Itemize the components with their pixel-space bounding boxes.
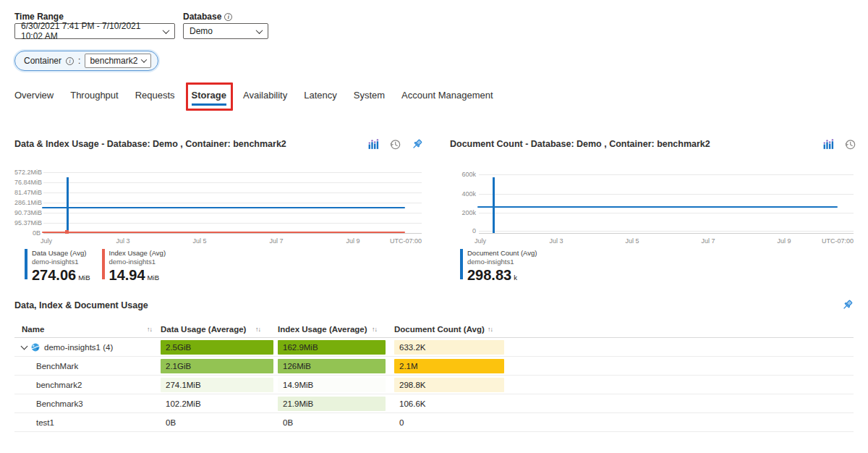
tab-bar: Overview Throughput Requests Storage Ava… (14, 88, 493, 103)
legend-unit: MiB (148, 274, 159, 281)
sort-icon[interactable]: ↑↓ (147, 326, 152, 333)
column-label: Data Usage (Average) (161, 325, 246, 334)
tab-availability[interactable]: Availability (243, 89, 287, 103)
chart-title: Data & Index Usage - Database: Demo , Co… (14, 139, 286, 149)
container-separator: : (78, 56, 80, 66)
tab-account-management[interactable]: Account Management (401, 89, 493, 103)
chevron-down-icon (141, 56, 147, 62)
bar-chart-icon[interactable] (367, 138, 380, 151)
column-label: Name (22, 325, 44, 334)
time-range-dropdown[interactable]: 6/30/2021 7:41 PM - 7/10/2021 10:02 AM (14, 23, 175, 39)
bar-chart-icon[interactable] (822, 138, 835, 151)
tab-storage[interactable]: Storage (192, 89, 226, 103)
legend-color-bar (25, 249, 27, 279)
legend-series-scope: demo-insights1 (109, 258, 166, 266)
history-icon[interactable] (389, 138, 401, 151)
x-tick: Jul 5 (192, 237, 206, 245)
legend-value: 274.06 (32, 267, 76, 283)
column-header-name[interactable]: Name ↑↓ (14, 325, 161, 334)
sort-icon[interactable]: ↑↓ (255, 326, 260, 333)
tab-overview[interactable]: Overview (14, 89, 54, 103)
container-value: benchmark2 (90, 56, 137, 66)
database-value: Demo (190, 26, 213, 36)
row-name-label: demo-insights1 (4) (44, 343, 113, 352)
pin-icon[interactable] (841, 299, 854, 311)
index-usage-cell: 21.9MiB (278, 397, 386, 411)
y-tick: 0 (450, 227, 476, 234)
y-tick: 0B (14, 229, 41, 237)
chart-title: Document Count - Database: Demo , Contai… (450, 139, 710, 149)
active-tab-underline (192, 103, 226, 106)
sort-icon[interactable]: ↑↓ (372, 326, 377, 333)
legend-unit: MiB (78, 274, 90, 281)
y-tick: 81.47MiB (14, 189, 41, 196)
database-dropdown[interactable]: Demo (183, 23, 268, 39)
info-icon[interactable]: i (224, 13, 232, 21)
usage-table-section: Data, Index & Document Usage Name ↑↓ Dat… (14, 299, 854, 432)
x-axis-line (43, 233, 422, 234)
legend-data-usage[interactable]: Data Usage (Avg) demo-insights1 274.06Mi… (25, 249, 90, 283)
chart-plot-area[interactable]: 600k 400k 200k 0 July Jul 3 Jul 5 Jul 7 … (450, 165, 856, 246)
table-row-demo-insights1[interactable]: demo-insights1 (4) 2.5GiB 162.9MiB 633.2… (14, 338, 854, 357)
tab-system[interactable]: System (354, 89, 385, 103)
data-usage-cell: 0B (161, 415, 273, 430)
data-usage-cell: 2.5GiB (161, 340, 273, 355)
container-dropdown[interactable]: benchmark2 (85, 54, 151, 68)
collapse-chevron-icon[interactable] (21, 342, 28, 350)
column-header-index-usage[interactable]: Index Usage (Average) ↑↓ (278, 325, 394, 334)
database-label-text: Database (183, 12, 221, 22)
tab-requests[interactable]: Requests (135, 89, 175, 103)
gridline (43, 213, 422, 213)
chart-actions (367, 138, 423, 151)
gridline (43, 223, 422, 224)
chart-plot-area[interactable]: 572.2MiB 76.84MiB 81.47MiB 286.1MiB 90.7… (14, 165, 423, 246)
time-range-label-text: Time Range (14, 12, 64, 22)
legend-series-name: Data Usage (Avg) (32, 249, 90, 258)
legend-unit: k (514, 274, 517, 281)
table-header-bar: Data, Index & Document Usage (14, 299, 854, 311)
legend-document-count[interactable]: Document Count (Avg) demo-insights1 298.… (460, 249, 537, 283)
index-usage-cell: 126MiB (278, 359, 386, 373)
gridline (43, 182, 422, 183)
column-header-document-count[interactable]: Document Count (Avg) ↑↓ (394, 325, 510, 334)
sort-icon[interactable]: ↑↓ (488, 326, 493, 333)
table-row-benchmark2[interactable]: benchmark2 274.1MiB 14.9MiB 298.8K (14, 376, 854, 394)
x-axis-line (479, 233, 854, 234)
document-count-cell: 298.8K (394, 378, 504, 392)
gridline (479, 231, 854, 232)
table-column-headers: Name ↑↓ Data Usage (Average) ↑↓ Index Us… (14, 321, 854, 338)
legend-index-usage[interactable]: Index Usage (Avg) demo-insights1 14.94Mi… (102, 249, 166, 283)
table-title: Data, Index & Document Usage (14, 300, 148, 310)
data-usage-cell: 102.2MiB (161, 397, 273, 411)
pin-icon[interactable] (411, 138, 423, 151)
info-icon[interactable]: i (66, 57, 74, 65)
chart-header: Document Count - Database: Demo , Contai… (450, 136, 856, 152)
chevron-down-icon (256, 27, 263, 34)
history-icon[interactable] (844, 138, 856, 151)
column-header-data-usage[interactable]: Data Usage (Average) ↑↓ (161, 325, 278, 334)
tab-throughput[interactable]: Throughput (70, 89, 119, 103)
storage-insights-page: Time Range 6/30/2021 7:41 PM - 7/10/2021… (0, 0, 868, 453)
table-row-benchmark3[interactable]: Benchmark3 102.2MiB 21.9MiB 106.6K (14, 394, 854, 413)
table-row-benchmark[interactable]: BenchMark 2.1GiB 126MiB 2.1M (14, 357, 854, 376)
x-tick: Jul 7 (269, 237, 283, 245)
timezone-label: UTC-07:00 (390, 237, 422, 245)
container-filter-pill: Container i : benchmark2 (14, 51, 158, 71)
tab-latency[interactable]: Latency (304, 89, 337, 103)
row-name-cell: demo-insights1 (4) (14, 342, 161, 352)
chart-actions (822, 138, 856, 151)
document-count-chart: Document Count - Database: Demo , Contai… (450, 136, 856, 283)
gridline (479, 213, 854, 213)
data-usage-series-line (42, 207, 405, 208)
y-tick: 600k (450, 171, 476, 178)
cosmos-db-icon (30, 342, 41, 352)
document-count-cell: 0 (394, 415, 504, 430)
gridline (43, 203, 422, 203)
index-usage-cell: 162.9MiB (278, 340, 386, 355)
document-count-cell: 633.2K (394, 340, 504, 355)
data-usage-cell: 2.1GiB (161, 359, 273, 373)
table-row-test1[interactable]: test1 0B 0B 0 (14, 413, 854, 432)
tab-storage-label: Storage (192, 90, 226, 101)
legend-color-bar (460, 249, 463, 279)
y-tick: 286.1MiB (14, 199, 41, 206)
